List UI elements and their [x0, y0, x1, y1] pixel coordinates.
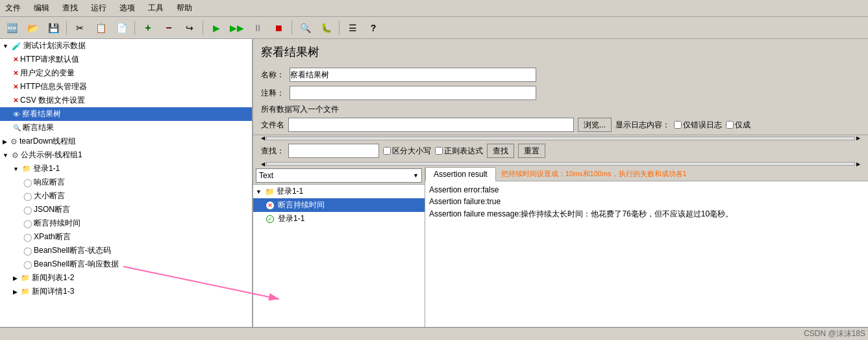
search-tool-button[interactable]: 🔍 — [296, 20, 314, 36]
tree-item-csv[interactable]: ✕ CSV 数据文件设置 — [0, 94, 252, 107]
browse-button[interactable]: 浏览... — [578, 118, 612, 132]
file-input[interactable] — [288, 118, 574, 132]
hscroll2-track[interactable] — [266, 162, 855, 166]
find-button[interactable]: 查找 — [487, 144, 514, 158]
case-sensitive-option[interactable]: 区分大小写 — [383, 146, 431, 157]
tree-item-assert-result[interactable]: 🔍 断言结果 — [0, 121, 252, 135]
remove-button[interactable]: − — [160, 20, 178, 36]
comment-row: 注释： — [261, 86, 860, 100]
new-button[interactable]: 🆕 — [3, 20, 21, 36]
content-panel: 察看结果树 名称： 注释： 所有数据写入一个文件 文件名 浏览... 显示日志内… — [253, 39, 868, 327]
detail-tabs-row: Assertion result 把持续时间设置成：10ms和100ms，执行的… — [425, 167, 868, 181]
hscroll-right-btn[interactable]: ▶ — [856, 135, 860, 141]
case-sensitive-label: 区分大小写 — [392, 146, 431, 157]
results-dropdown[interactable]: Text ▼ — [256, 168, 422, 183]
tree-item-beanshell-response[interactable]: ◯ BeanShell断言-响应数据 — [0, 257, 252, 271]
tree-item-results-tree[interactable]: 👁 察看结果树 — [0, 107, 252, 121]
triangle-plan[interactable]: ▼ — [3, 43, 8, 49]
comment-input[interactable] — [290, 86, 536, 100]
top-hscroll[interactable]: ◀ ▶ — [253, 135, 868, 141]
tree-item-public-group[interactable]: ▼ ⚙ 公共示例-线程组1 — [0, 148, 252, 162]
tree-item-http-header[interactable]: ✕ HTTP信息头管理器 — [0, 80, 252, 94]
search-input[interactable] — [288, 144, 379, 158]
menu-options[interactable]: 选项 — [117, 1, 138, 15]
tree-item-size-assert[interactable]: ◯ 大小断言 — [0, 189, 252, 203]
list-button[interactable]: ☰ — [343, 20, 362, 36]
triangle-login1[interactable]: ▼ — [13, 166, 19, 172]
pause-button[interactable]: ⏸ — [249, 20, 267, 36]
regex-checkbox[interactable] — [435, 147, 443, 155]
run-button[interactable]: ▶ — [207, 20, 225, 36]
save-button[interactable]: 💾 — [44, 20, 62, 36]
tree-item-duration-assert-label: 断言持续时间 — [34, 218, 81, 229]
statusbar-text: CSDN @沫沫18S — [804, 328, 865, 339]
result-ok-icon: ✓ — [266, 215, 274, 223]
case-sensitive-checkbox[interactable] — [383, 147, 391, 155]
tree-item-http-default[interactable]: ✕ HTTP请求默认值 — [0, 53, 252, 66]
triangle-teardown[interactable]: ▶ — [3, 138, 7, 145]
tree-item-xpath-assert[interactable]: ◯ XPath断言 — [0, 230, 252, 244]
tree-item-user-vars[interactable]: ✕ 用户定义的变量 — [0, 66, 252, 80]
paste-button[interactable]: 📄 — [112, 20, 130, 36]
log-label: 显示日志内容： — [615, 120, 670, 131]
tree-item-plan-label: 测试计划演示数据 — [23, 40, 86, 51]
menu-file[interactable]: 文件 — [3, 1, 23, 15]
tree-item-results-tree-label: 察看结果树 — [22, 109, 61, 120]
tree-item-news-detail[interactable]: ▶ 📁 新闻详情1-3 — [0, 285, 252, 298]
help-button[interactable]: ? — [364, 20, 382, 36]
menu-edit[interactable]: 编辑 — [31, 1, 52, 15]
hscroll-track[interactable] — [266, 137, 855, 140]
tree-item-news-list[interactable]: ▶ 📁 新闻列表1-2 — [0, 271, 252, 285]
tree-item-teardown[interactable]: ▶ ⚙ tearDown线程组 — [0, 135, 252, 148]
result-login1-parent[interactable]: ▼ 📁 登录1-1 — [253, 185, 425, 198]
log-error-checkbox[interactable] — [674, 121, 682, 129]
expand-button[interactable]: ↪ — [180, 20, 199, 36]
add-button[interactable]: + — [139, 20, 157, 36]
page-title: 察看结果树 — [261, 44, 860, 60]
toolbar: 🆕 📂 💾 ✂ 📋 📄 + − ↪ ▶ ▶▶ ⏸ ⏹ 🔍 🐛 ☰ ? — [0, 17, 868, 39]
menu-tools[interactable]: 工具 — [145, 1, 166, 15]
menu-find[interactable]: 查找 — [60, 1, 81, 15]
debug-button[interactable]: 🐛 — [317, 20, 335, 36]
triangle-result-login1[interactable]: ▼ — [256, 189, 262, 195]
log-success-checkbox[interactable] — [726, 121, 734, 129]
run-all-button[interactable]: ▶▶ — [228, 20, 246, 36]
open-button[interactable]: 📂 — [23, 20, 42, 36]
result-duration-assert[interactable]: ✕ 断言持续时间 — [253, 198, 425, 212]
regex-option[interactable]: 正则表达式 — [435, 146, 483, 157]
name-input[interactable] — [290, 68, 536, 82]
log-error-option[interactable]: 仅错误日志 — [674, 120, 722, 131]
bottom-hscroll[interactable]: ◀ ▶ — [253, 161, 868, 167]
triangle-news-list[interactable]: ▶ — [13, 275, 18, 281]
main-area: ▼ 🧪 测试计划演示数据 ✕ HTTP请求默认值 ✕ 用户定义的变量 ✕ HTT… — [0, 39, 868, 327]
tree-item-login1[interactable]: ▼ 📁 登录1-1 — [0, 162, 252, 176]
triangle-public[interactable]: ▼ — [3, 152, 8, 159]
tree-item-json-assert[interactable]: ◯ JSON断言 — [0, 203, 252, 216]
log-success-option[interactable]: 仅成 — [726, 120, 750, 131]
comment-label: 注释： — [261, 88, 284, 99]
content-header: 察看结果树 — [253, 39, 868, 68]
cut-button[interactable]: ✂ — [71, 20, 89, 36]
detail-notice-text: 把持续时间设置成：10ms和100ms，执行的失败和成功各1 — [501, 169, 687, 179]
x-icon-2: ✕ — [13, 70, 18, 77]
menu-run[interactable]: 运行 — [88, 1, 109, 15]
assert-icon-8: ◯ — [23, 260, 32, 269]
hscroll-left-btn[interactable]: ◀ — [261, 135, 265, 141]
result-login1-child[interactable]: ✓ 登录1-1 — [253, 212, 425, 226]
hscroll2-left-btn[interactable]: ◀ — [261, 161, 265, 167]
app-window: 文件 编辑 查找 运行 选项 工具 帮助 🆕 📂 💾 ✂ 📋 📄 + − ↪ ▶… — [0, 0, 868, 340]
hscroll2-right-btn[interactable]: ▶ — [856, 161, 860, 167]
tree-item-plan[interactable]: ▼ 🧪 测试计划演示数据 — [0, 39, 252, 53]
tree-item-beanshell-status[interactable]: ◯ BeanShell断言-状态码 — [0, 244, 252, 257]
tree-item-response-assert[interactable]: ◯ 响应断言 — [0, 176, 252, 189]
stop-button[interactable]: ⏹ — [269, 20, 288, 36]
tree-item-duration-assert[interactable]: ◯ 断言持续时间 — [0, 216, 252, 230]
assertion-result-tab[interactable]: Assertion result — [425, 167, 496, 181]
menu-help[interactable]: 帮助 — [174, 1, 195, 15]
tree-item-teardown-label: tearDown线程组 — [19, 136, 76, 147]
folder-icon-3: 📁 — [21, 287, 30, 296]
triangle-news-detail[interactable]: ▶ — [13, 289, 18, 295]
dropdown-arrow-icon[interactable]: ▼ — [413, 172, 419, 179]
reset-button[interactable]: 重置 — [518, 144, 545, 158]
copy-button[interactable]: 📋 — [92, 20, 110, 36]
